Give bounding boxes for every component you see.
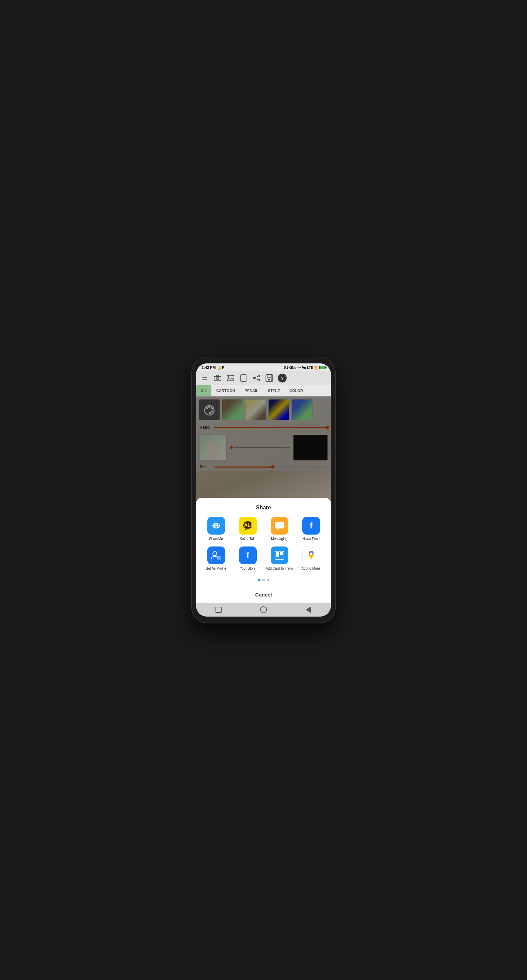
- cancel-button[interactable]: Cancel: [196, 586, 331, 603]
- phone-screen: 2:42 PM 🔔 P 0.7KB/s ▪▪▪ Vo LTE 📶 ☰: [196, 363, 331, 617]
- page-dot-2: [263, 579, 265, 581]
- svg-point-4: [228, 376, 229, 378]
- setprofile-icon: f: [207, 546, 225, 564]
- save-icon[interactable]: [265, 374, 274, 382]
- share-item-trello[interactable]: Add Card to Trello: [265, 546, 294, 571]
- svg-point-36: [310, 553, 312, 555]
- tab-color[interactable]: COLOR: [285, 385, 308, 396]
- page-dot-1: [258, 579, 260, 581]
- menu-icon[interactable]: ☰: [200, 374, 209, 382]
- svg-rect-12: [267, 375, 271, 377]
- maps-label: Add to Maps: [301, 566, 320, 571]
- messaging-icon: [271, 517, 288, 535]
- status-icons: 🔔 P: [217, 366, 224, 369]
- svg-point-7: [258, 379, 260, 381]
- shareme-icon: [207, 517, 225, 535]
- wifi-icon: 📶: [314, 366, 318, 369]
- nav-home-button[interactable]: [259, 605, 268, 614]
- trello-icon: [271, 546, 288, 564]
- nav-circle-icon: [260, 606, 267, 613]
- share-grid: ShareMe TALK KakaoTalk: [196, 517, 331, 576]
- share-title: Share: [196, 504, 331, 511]
- nav-triangle-icon: [306, 606, 311, 613]
- svg-line-9: [255, 376, 258, 378]
- svg-rect-33: [276, 552, 279, 557]
- status-right: 0.7KB/s ▪▪▪ Vo LTE 📶: [284, 366, 325, 369]
- phone-frame: 2:42 PM 🔔 P 0.7KB/s ▪▪▪ Vo LTE 📶 ☰: [192, 357, 335, 623]
- newsfeed-label: News Feed: [302, 537, 320, 541]
- messaging-label: Messaging: [271, 537, 287, 541]
- tab-style[interactable]: STYLE: [263, 385, 285, 396]
- content-area: Ratio: [196, 396, 331, 603]
- svg-rect-2: [216, 375, 219, 377]
- maps-icon: G: [302, 546, 320, 564]
- toolbar: ☰: [196, 371, 331, 385]
- svg-rect-3: [227, 375, 234, 381]
- newsfeed-icon: f: [302, 517, 320, 535]
- nav-back-button[interactable]: [304, 605, 313, 614]
- battery-icon: [319, 366, 325, 369]
- svg-point-28: [213, 552, 217, 556]
- help-icon[interactable]: ?: [278, 374, 287, 382]
- kakaotalk-label: KakaoTalk: [240, 537, 255, 541]
- tabs-bar: A.I. CARTOON PENCIL STYLE COLOR: [196, 385, 331, 396]
- status-left: 2:42 PM 🔔 P: [202, 366, 224, 369]
- trello-label: Add Card to Trello: [266, 566, 293, 571]
- nav-square-icon: [215, 607, 221, 613]
- kakaotalk-icon: TALK: [239, 517, 257, 535]
- svg-point-1: [217, 377, 219, 380]
- tab-pencil[interactable]: PENCIL: [240, 385, 263, 396]
- status-time: 2:42 PM: [202, 366, 216, 369]
- svg-rect-0: [214, 376, 221, 381]
- yourstory-icon: f: [239, 546, 257, 564]
- status-bar: 2:42 PM 🔔 P 0.7KB/s ▪▪▪ Vo LTE 📶: [196, 363, 331, 371]
- shareme-label: ShareMe: [209, 537, 223, 541]
- svg-text:f: f: [310, 521, 313, 530]
- tablet-icon[interactable]: [239, 374, 248, 382]
- svg-rect-14: [268, 379, 270, 380]
- share-modal: Share S: [196, 498, 331, 603]
- svg-text:TALK: TALK: [242, 522, 254, 528]
- tab-cartoon[interactable]: CARTOON: [212, 385, 240, 396]
- status-speed: 0.7KB/s: [284, 366, 296, 369]
- camera-icon[interactable]: [213, 374, 222, 382]
- pagination-dots: [196, 576, 331, 586]
- setprofile-label: Set As Profile: [205, 566, 226, 571]
- yourstory-label: Your Story: [240, 566, 255, 571]
- share-item-messaging[interactable]: Messaging: [265, 517, 294, 541]
- signal-bars: ▪▪▪: [297, 366, 301, 369]
- share-item-newsfeed[interactable]: f News Feed: [296, 517, 325, 541]
- page-dot-3: [267, 579, 269, 581]
- tab-ai[interactable]: A.I.: [196, 385, 212, 396]
- nav-recents-button[interactable]: [214, 605, 223, 614]
- share-item-setprofile[interactable]: f Set As Profile: [202, 546, 231, 571]
- share-item-shareme[interactable]: ShareMe: [202, 517, 231, 541]
- svg-rect-5: [241, 375, 246, 382]
- gallery-icon[interactable]: [226, 374, 235, 382]
- svg-rect-34: [280, 552, 283, 555]
- share-item-maps[interactable]: G Add to Maps: [296, 546, 325, 571]
- share-item-yourstory[interactable]: f Your Story: [233, 546, 262, 571]
- share-item-kakaotalk[interactable]: TALK KakaoTalk: [233, 517, 262, 541]
- modal-overlay: Share S: [196, 396, 331, 603]
- bottom-nav: [196, 603, 331, 617]
- share-icon[interactable]: [252, 374, 261, 382]
- lte-label: Vo LTE: [302, 366, 313, 369]
- svg-point-8: [253, 377, 255, 379]
- svg-point-6: [258, 375, 260, 377]
- svg-text:f: f: [247, 550, 250, 560]
- svg-line-10: [255, 379, 258, 380]
- svg-rect-26: [275, 522, 284, 528]
